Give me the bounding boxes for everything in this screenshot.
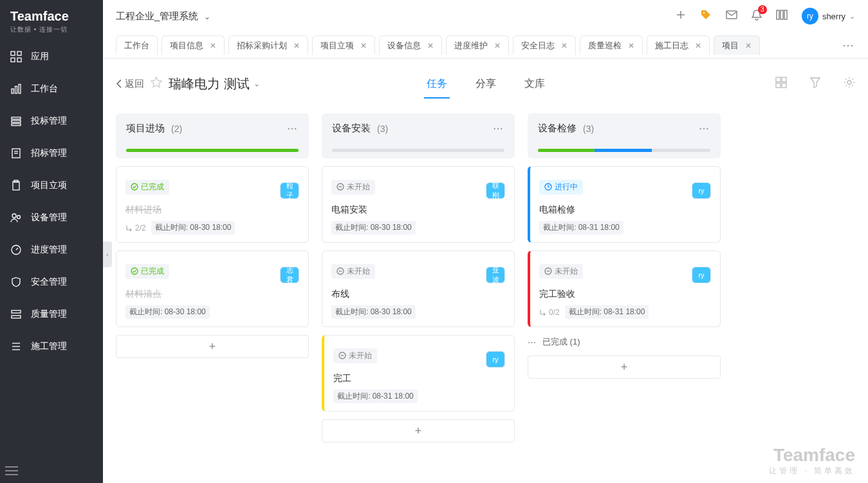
system-title[interactable]: 工程企业_管理系统 ⌄ bbox=[116, 10, 210, 23]
sidebar-item-0[interactable]: 应用 bbox=[0, 41, 103, 73]
back-label: 返回 bbox=[125, 78, 144, 90]
back-button[interactable]: 返回 bbox=[116, 78, 144, 90]
sidebar-collapse-handle[interactable]: ‹ bbox=[103, 242, 112, 267]
svg-rect-31 bbox=[776, 83, 780, 88]
assignee-avatar: ry bbox=[692, 175, 711, 199]
svg-rect-25 bbox=[726, 11, 737, 19]
tab-9[interactable]: 项目✕ bbox=[714, 35, 760, 55]
task-card[interactable]: 未开始ry完工截止时间: 08-31 18:00 bbox=[322, 335, 515, 412]
tab-6[interactable]: 安全日志✕ bbox=[513, 35, 576, 55]
close-icon[interactable]: ✕ bbox=[561, 41, 568, 50]
card-title: 电箱安装 bbox=[331, 204, 505, 216]
tab-5[interactable]: 进度维护✕ bbox=[446, 35, 509, 55]
tab-0[interactable]: 工作台 bbox=[116, 35, 158, 55]
sidebar-expand-toggle[interactable] bbox=[5, 466, 18, 475]
task-card[interactable]: 已完成粒子材料进场 2/2截止时间: 08-30 18:00 bbox=[116, 166, 309, 243]
close-icon[interactable]: ✕ bbox=[695, 41, 701, 50]
tab-label: 项目 bbox=[722, 40, 739, 52]
sidebar-item-7[interactable]: 安全管理 bbox=[0, 266, 103, 298]
close-icon[interactable]: ✕ bbox=[293, 41, 300, 50]
add-icon[interactable] bbox=[676, 10, 686, 23]
mail-icon[interactable] bbox=[726, 10, 737, 22]
tab-8[interactable]: 施工日志✕ bbox=[647, 35, 710, 55]
library-icon[interactable] bbox=[776, 10, 788, 23]
tabs-more-icon[interactable]: ⋯ bbox=[842, 38, 855, 52]
tab-label: 安全日志 bbox=[521, 40, 555, 52]
chart-icon bbox=[10, 83, 22, 95]
svg-rect-8 bbox=[12, 120, 21, 122]
close-icon[interactable]: ✕ bbox=[360, 41, 367, 50]
chevron-down-icon[interactable]: ⌄ bbox=[254, 79, 260, 88]
column-more-icon[interactable]: ⋯ bbox=[493, 122, 504, 135]
sidebar-item-label: 招标管理 bbox=[31, 147, 67, 159]
status-pill: 已完成 bbox=[125, 180, 169, 194]
svg-rect-28 bbox=[784, 10, 787, 19]
add-card-button[interactable]: + bbox=[322, 419, 515, 442]
column-header: 设备检修(3)⋯ bbox=[528, 113, 721, 158]
main-tab-0[interactable]: 任务 bbox=[424, 70, 450, 99]
assignee-avatar: ry bbox=[486, 343, 505, 368]
sidebar-item-label: 质量管理 bbox=[31, 308, 67, 320]
sidebar-item-6[interactable]: 进度管理 bbox=[0, 234, 103, 266]
close-icon[interactable]: ✕ bbox=[494, 41, 501, 50]
svg-rect-30 bbox=[782, 77, 786, 82]
main-tab-2[interactable]: 文库 bbox=[522, 70, 548, 99]
column-header: 设备安装(3)⋯ bbox=[322, 113, 515, 158]
column-header: 项目进场(2)⋯ bbox=[116, 113, 309, 158]
sidebar-item-label: 进度管理 bbox=[31, 244, 67, 256]
column-title: 设备安装 bbox=[332, 122, 371, 135]
task-card[interactable]: 进行中ry电箱检修截止时间: 08-31 18:00 bbox=[528, 166, 721, 243]
sidebar-item-1[interactable]: 工作台 bbox=[0, 73, 103, 105]
sidebar-item-5[interactable]: 设备管理 bbox=[0, 202, 103, 234]
card-title: 完工验收 bbox=[539, 289, 711, 300]
close-icon[interactable]: ✕ bbox=[210, 41, 216, 50]
sidebar-item-4[interactable]: 项目立项 bbox=[0, 169, 103, 202]
tab-2[interactable]: 招标采购计划✕ bbox=[228, 35, 308, 55]
user-avatar: ry bbox=[802, 8, 818, 24]
column-more-icon[interactable]: ⋯ bbox=[699, 122, 710, 135]
sidebar-item-2[interactable]: 投标管理 bbox=[0, 105, 103, 137]
settings-icon[interactable] bbox=[844, 77, 855, 91]
tag-icon[interactable] bbox=[700, 9, 712, 23]
star-icon[interactable] bbox=[151, 77, 162, 91]
doc-icon bbox=[10, 147, 22, 159]
tab-label: 工作台 bbox=[124, 40, 149, 52]
grid-icon bbox=[10, 51, 22, 62]
column-0: 项目进场(2)⋯ 已完成粒子材料进场 2/2截止时间: 08-30 18:00 … bbox=[116, 113, 309, 470]
svg-rect-13 bbox=[13, 182, 19, 190]
tab-1[interactable]: 项目信息✕ bbox=[162, 35, 225, 55]
user-menu[interactable]: ry sherry ⌄ bbox=[802, 8, 855, 24]
close-icon[interactable]: ✕ bbox=[427, 41, 434, 50]
tab-3[interactable]: 项目立项✕ bbox=[312, 35, 375, 55]
column-more-icon[interactable]: ⋯ bbox=[287, 122, 299, 135]
users-icon bbox=[10, 212, 22, 223]
tab-4[interactable]: 设备信息✕ bbox=[379, 35, 442, 55]
notification-badge: 3 bbox=[758, 5, 767, 14]
add-card-button[interactable]: + bbox=[528, 355, 721, 379]
sidebar-item-3[interactable]: 招标管理 bbox=[0, 137, 103, 169]
tab-label: 设备信息 bbox=[387, 40, 421, 52]
add-card-button[interactable]: + bbox=[116, 335, 309, 358]
svg-rect-4 bbox=[12, 89, 14, 93]
sidebar-item-label: 工作台 bbox=[31, 83, 58, 95]
completed-section[interactable]: ⋯已完成 (1) bbox=[528, 336, 721, 348]
sidebar-item-9[interactable]: 施工管理 bbox=[0, 330, 103, 363]
assignee-avatar: 粒子 bbox=[280, 175, 299, 199]
svg-line-18 bbox=[16, 248, 18, 250]
task-card[interactable]: 未开始亚波布线截止时间: 08-30 18:00 bbox=[322, 251, 515, 327]
bars-icon bbox=[10, 341, 22, 352]
sidebar-item-8[interactable]: 质量管理 bbox=[0, 298, 103, 330]
system-title-text: 工程企业_管理系统 bbox=[116, 10, 198, 21]
task-card[interactable]: 已完成志君材料清点截止时间: 08-30 18:00 bbox=[116, 251, 309, 327]
svg-rect-26 bbox=[777, 10, 779, 19]
layout-grid-icon[interactable] bbox=[775, 77, 787, 91]
bell-icon[interactable]: 3 bbox=[752, 9, 762, 23]
task-card[interactable]: 未开始ry完工验收 0/2截止时间: 08-31 18:00 bbox=[528, 251, 721, 327]
task-card[interactable]: 未开始联刚电箱安装截止时间: 08-30 18:00 bbox=[322, 166, 515, 243]
tab-7[interactable]: 质量巡检✕ bbox=[580, 35, 643, 55]
filter-icon[interactable] bbox=[810, 77, 820, 91]
close-icon[interactable]: ✕ bbox=[628, 41, 634, 50]
sidebar-item-label: 设备管理 bbox=[31, 212, 67, 223]
close-icon[interactable]: ✕ bbox=[745, 41, 752, 50]
main-tab-1[interactable]: 分享 bbox=[473, 70, 499, 99]
